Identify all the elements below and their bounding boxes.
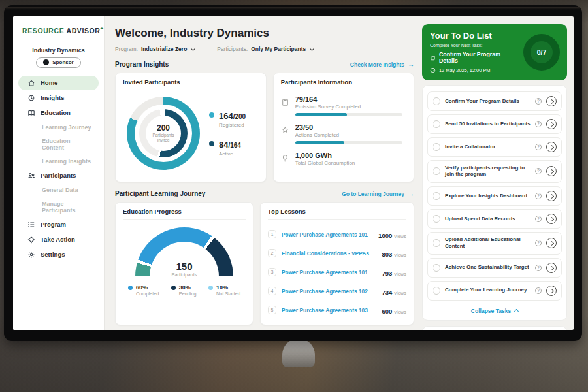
collapse-tasks-link[interactable]: Collapse Tasks: [427, 304, 562, 319]
task-row[interactable]: Verify participants requesting to join t…: [427, 160, 562, 183]
sidebar-item-general-data[interactable]: General Data: [18, 184, 99, 197]
lesson-link[interactable]: Power Purchase Agreements 102: [282, 288, 376, 295]
lesson-link[interactable]: Power Purchase Agreements 101: [282, 231, 373, 238]
chevron-right-icon[interactable]: [546, 96, 557, 106]
sidebar-item-learning-journey[interactable]: Learning Journey: [18, 121, 99, 134]
filters-row: Program: Industrialize Zero Participants…: [115, 46, 414, 52]
chevron-right-icon[interactable]: [546, 191, 557, 201]
legend-dot: [128, 286, 133, 290]
sidebar-item-label: Home: [41, 79, 57, 86]
sidebar-item-manage-participants[interactable]: Manage Participants: [18, 197, 99, 217]
help-icon[interactable]: [535, 98, 542, 105]
help-icon[interactable]: [535, 240, 542, 246]
chevron-right-icon[interactable]: [546, 238, 557, 248]
sidebar-item-settings[interactable]: Settings: [18, 248, 99, 262]
chevron-right-icon[interactable]: [546, 119, 557, 129]
task-label: Upload Additional Educational Content: [445, 237, 531, 250]
sidebar-item-education-content[interactable]: Education Content: [18, 135, 99, 154]
lesson-row: 4 Power Purchase Agreements 102 734views: [268, 282, 406, 301]
help-icon[interactable]: [535, 144, 542, 150]
lesson-rank: 1: [268, 230, 276, 238]
help-icon[interactable]: [535, 287, 542, 294]
task-row[interactable]: Achieve One Sustainability Target: [427, 258, 562, 278]
todo-due-label: 12 May 2025, 12:00 PM: [439, 67, 490, 73]
active-total: /164: [228, 142, 240, 149]
check-more-insights-link[interactable]: Check More Insights: [350, 61, 414, 68]
metric-value: 23/50: [295, 123, 402, 131]
legend-item-not-started: 10%Not Started: [208, 284, 240, 297]
sidebar-item-home[interactable]: Home: [18, 76, 99, 90]
help-icon[interactable]: [535, 121, 542, 127]
sidebar-item-take-action[interactable]: Take Action: [18, 233, 99, 247]
education-icon: [27, 109, 35, 117]
gauge-center-label: Participants: [135, 272, 233, 278]
task-label: Explore Your Insights Dashboard: [445, 193, 531, 199]
task-checkbox[interactable]: [433, 143, 440, 151]
chevron-right-icon[interactable]: [546, 263, 557, 273]
program-filter-value: Industrialize Zero: [141, 46, 187, 52]
journey-cards-row: Education Progress 150 Participants: [115, 202, 414, 325]
program-list-icon: [27, 221, 35, 229]
monitor-stand: [282, 338, 315, 367]
task-checkbox[interactable]: [433, 239, 440, 247]
education-gauge-chart: 150 Participants: [135, 227, 233, 278]
lesson-views-label: views: [394, 309, 406, 315]
task-row[interactable]: Send 50 Invitations to Participants: [427, 114, 562, 134]
metric-bar-fill: [295, 113, 347, 116]
invited-donut-chart: 200 Participants Invited: [127, 97, 200, 170]
task-checkbox[interactable]: [433, 192, 440, 200]
help-icon[interactable]: [535, 216, 542, 222]
sidebar-item-education[interactable]: Education: [18, 106, 99, 120]
sidebar-item-participants[interactable]: Participants: [18, 169, 99, 183]
chevron-right-icon[interactable]: [546, 142, 557, 152]
lesson-rank: 4: [268, 287, 276, 295]
sidebar-item-learning-insights[interactable]: Learning Insights: [18, 155, 99, 168]
card-title: Education Progress: [123, 208, 246, 220]
todo-progress-value: 0/7: [531, 41, 553, 63]
link-label: Check More Insights: [350, 61, 404, 68]
lesson-link[interactable]: Financial Considerations - VPPAs: [282, 250, 376, 257]
task-checkbox[interactable]: [433, 287, 440, 295]
education-gauge-center: 150 Participants: [135, 261, 233, 278]
help-icon[interactable]: [535, 168, 542, 174]
task-checkbox[interactable]: [433, 264, 440, 272]
insights-cards-row: Invited Participants 200 Participants In…: [115, 73, 414, 182]
sidebar-item-program[interactable]: Program: [18, 218, 99, 232]
task-row[interactable]: Explore Your Insights Dashboard: [427, 186, 562, 206]
chevron-right-icon[interactable]: [546, 166, 557, 176]
go-to-learning-journey-link[interactable]: Go to Learning Journey: [342, 190, 414, 197]
task-checkbox[interactable]: [433, 120, 440, 128]
task-row[interactable]: Confirm Your Program Details: [427, 91, 562, 111]
lesson-link[interactable]: Power Purchase Agreements 103: [282, 307, 376, 314]
task-checkbox[interactable]: [433, 167, 440, 175]
task-row[interactable]: Upload Additional Educational Content: [427, 232, 562, 255]
participants-filter[interactable]: Participants: Only My Participants: [217, 46, 314, 52]
todo-subtitle: Complete Your Next Task:: [430, 43, 515, 48]
program-filter[interactable]: Program: Industrialize Zero: [115, 46, 195, 52]
help-icon[interactable]: [535, 265, 542, 271]
task-row[interactable]: Complete Your Learning Journey: [427, 281, 562, 301]
task-checkbox[interactable]: [433, 215, 440, 223]
legend-dot: [209, 141, 214, 146]
legend-label: Not Started: [216, 291, 240, 297]
legend-percent: 30%: [179, 284, 197, 291]
sponsor-badge[interactable]: Sponsor: [36, 57, 80, 68]
help-icon[interactable]: [535, 193, 542, 199]
task-row[interactable]: Upload Spend Data Records: [427, 209, 562, 229]
top-lessons-card: Top Lessons 1 Power Purchase Agreements …: [260, 202, 414, 325]
lesson-row: 1 Power Purchase Agreements 101 1000view…: [268, 225, 406, 244]
dashboard-screen: RESOURCE ADVISOR+ Industry Dynamics Spon…: [13, 16, 574, 330]
chevron-right-icon[interactable]: [546, 286, 557, 296]
invited-center-label: Invited: [157, 138, 170, 143]
lesson-rank: 5: [268, 306, 276, 314]
task-row[interactable]: Invite a Collaborator: [427, 137, 562, 157]
lesson-link[interactable]: Power Purchase Agreements 101: [282, 269, 376, 276]
chevron-right-icon[interactable]: [546, 214, 557, 224]
lesson-row: 3 Power Purchase Agreements 101 793views: [268, 263, 406, 282]
sidebar-item-insights[interactable]: Insights: [18, 91, 99, 105]
sidebar-item-label: Manage Participants: [42, 201, 92, 214]
task-checkbox[interactable]: [433, 97, 440, 105]
sponsor-label: Sponsor: [52, 59, 73, 65]
card-title: Top Lessons: [268, 208, 406, 220]
legend-dot: [208, 286, 213, 290]
